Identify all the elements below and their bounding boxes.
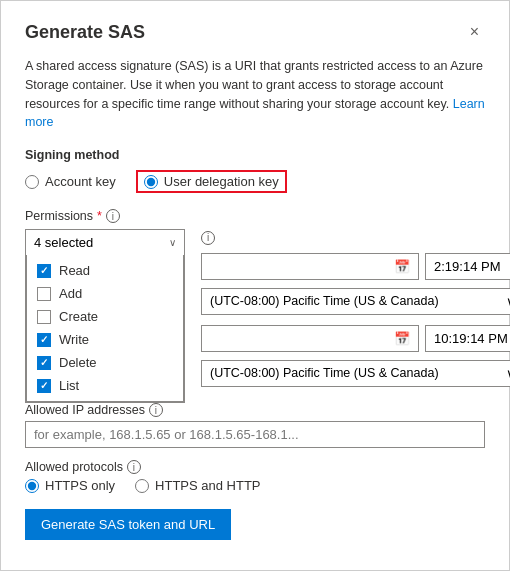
user-delegation-label: User delegation key — [164, 174, 279, 189]
https-only-radio[interactable] — [25, 479, 39, 493]
https-http-option[interactable]: HTTPS and HTTP — [135, 478, 260, 493]
start-info-icon: i — [201, 231, 215, 245]
permissions-selected-count: 4 selected — [34, 235, 93, 250]
permission-delete[interactable]: Delete — [27, 351, 183, 374]
allowed-protocols-label-row: Allowed protocols i — [25, 460, 485, 474]
allowed-protocols-info-icon: i — [127, 460, 141, 474]
user-delegation-radio[interactable] — [144, 175, 158, 189]
read-label: Read — [59, 263, 90, 278]
permissions-dropdown[interactable]: 4 selected ∨ Read Add Create — [25, 229, 185, 403]
expiry-date-input-2[interactable]: 📅 — [201, 325, 419, 352]
calendar-icon-1[interactable]: 📅 — [386, 254, 418, 279]
timezone-select-2[interactable]: (UTC-08:00) Pacific Time (US & Canada) ∨ — [201, 360, 510, 387]
permission-add[interactable]: Add — [27, 282, 183, 305]
add-label: Add — [59, 286, 82, 301]
write-checkbox[interactable] — [37, 333, 51, 347]
dialog-title: Generate SAS — [25, 22, 145, 43]
timezone-label-1: (UTC-08:00) Pacific Time (US & Canada) — [210, 294, 439, 308]
create-checkbox[interactable] — [37, 310, 51, 324]
expiry-date-field-1[interactable] — [202, 254, 386, 279]
allowed-ip-label-row: Allowed IP addresses i — [25, 403, 485, 417]
allowed-ip-section: Allowed IP addresses i — [25, 403, 485, 448]
allowed-protocols-section: Allowed protocols i HTTPS only HTTPS and… — [25, 460, 485, 493]
tz-chevron-icon-1: ∨ — [506, 294, 510, 309]
dialog-header: Generate SAS × — [25, 21, 485, 43]
permission-write[interactable]: Write — [27, 328, 183, 351]
chevron-down-icon: ∨ — [169, 237, 176, 248]
read-checkbox[interactable] — [37, 264, 51, 278]
allowed-ip-input[interactable] — [26, 422, 484, 447]
permissions-label: Permissions * i — [25, 209, 185, 223]
timezone-select-1[interactable]: (UTC-08:00) Pacific Time (US & Canada) ∨ — [201, 288, 510, 315]
delete-label: Delete — [59, 355, 97, 370]
account-key-option[interactable]: Account key — [25, 174, 116, 189]
expiry-time-row-2: 📅 — [201, 325, 510, 352]
account-key-radio[interactable] — [25, 175, 39, 189]
create-label: Create — [59, 309, 98, 324]
https-http-label: HTTPS and HTTP — [155, 478, 260, 493]
user-delegation-option[interactable]: User delegation key — [136, 170, 287, 193]
list-checkbox[interactable] — [37, 379, 51, 393]
required-star: * — [97, 209, 102, 223]
allowed-ip-label: Allowed IP addresses — [25, 403, 145, 417]
allowed-ip-input-container — [25, 421, 485, 448]
permissions-dropdown-header[interactable]: 4 selected ∨ — [26, 230, 184, 255]
permission-list[interactable]: List — [27, 374, 183, 397]
start-info-row: i — [201, 229, 510, 245]
permissions-text: Permissions — [25, 209, 93, 223]
datetime-panel: i 📅 (UTC-08:00) Pacific Time (US & Canad… — [201, 209, 510, 403]
permissions-panel: Permissions * i 4 selected ∨ Read — [25, 209, 185, 403]
signing-method-group: Account key User delegation key — [25, 170, 485, 193]
list-label: List — [59, 378, 79, 393]
calendar-icon-2[interactable]: 📅 — [386, 326, 418, 351]
description-text: A shared access signature (SAS) is a URI… — [25, 57, 485, 132]
close-button[interactable]: × — [464, 21, 485, 43]
account-key-label: Account key — [45, 174, 116, 189]
write-label: Write — [59, 332, 89, 347]
add-checkbox[interactable] — [37, 287, 51, 301]
allowed-protocols-label: Allowed protocols — [25, 460, 123, 474]
expiry-time-field-2[interactable] — [425, 325, 510, 352]
generate-sas-dialog: Generate SAS × A shared access signature… — [0, 0, 510, 571]
tz-chevron-icon-2: ∨ — [506, 366, 510, 381]
protocols-radio-group: HTTPS only HTTPS and HTTP — [25, 478, 485, 493]
expiry-date-field-2[interactable] — [202, 326, 386, 351]
permission-read[interactable]: Read — [27, 259, 183, 282]
main-content: Permissions * i 4 selected ∨ Read — [25, 209, 485, 403]
expiry-time-field-1[interactable] — [425, 253, 510, 280]
timezone-label-2: (UTC-08:00) Pacific Time (US & Canada) — [210, 366, 439, 380]
permissions-info-icon: i — [106, 209, 120, 223]
expiry-time-row-1: 📅 — [201, 253, 510, 280]
expiry-date-input-1[interactable]: 📅 — [201, 253, 419, 280]
https-only-option[interactable]: HTTPS only — [25, 478, 115, 493]
https-http-radio[interactable] — [135, 479, 149, 493]
generate-sas-button[interactable]: Generate SAS token and URL — [25, 509, 231, 540]
permission-create[interactable]: Create — [27, 305, 183, 328]
https-only-label: HTTPS only — [45, 478, 115, 493]
allowed-ip-info-icon: i — [149, 403, 163, 417]
signing-method-label: Signing method — [25, 148, 485, 162]
delete-checkbox[interactable] — [37, 356, 51, 370]
permissions-list: Read Add Create Write — [26, 255, 184, 402]
